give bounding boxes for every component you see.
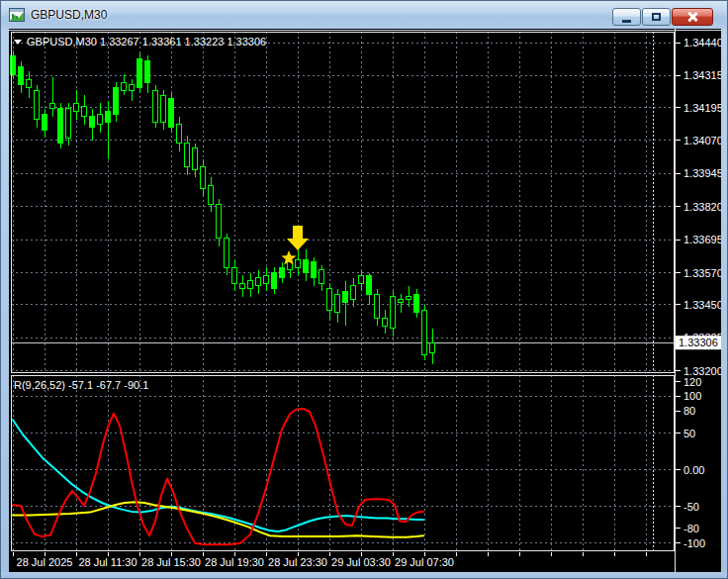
candle-body xyxy=(264,275,269,283)
time-axis-label: 28 Jul 15:30 xyxy=(141,556,201,568)
candle-body xyxy=(414,294,419,313)
axis-layer: 1.344401.343151.341951.340701.339451.338… xyxy=(13,37,721,568)
main-pane-border xyxy=(11,32,674,373)
candle xyxy=(58,103,63,147)
ohlc-header: GBPUSD,M30 1.33267 1.33361 1.33223 1.333… xyxy=(27,36,266,48)
candle-body xyxy=(256,278,261,286)
price-axis-label: 1.33450 xyxy=(683,299,721,311)
candle-body xyxy=(19,66,24,85)
candle xyxy=(312,257,317,286)
candle xyxy=(391,291,396,336)
time-axis-label: 28 Jul 23:30 xyxy=(268,556,327,568)
candle-body xyxy=(90,117,95,128)
candle-body xyxy=(232,267,237,283)
indicator-pane-border xyxy=(11,375,674,551)
candle xyxy=(169,93,174,133)
candle-body xyxy=(35,90,40,119)
candle xyxy=(43,109,47,138)
candle xyxy=(161,90,166,130)
price-axis-label: 1.34070 xyxy=(683,135,721,146)
indicator-header: R(9,26,52) -57.1 -67.7 -90.1 xyxy=(14,379,148,391)
price-axis-label: 1.33945 xyxy=(683,167,721,179)
minimize-icon xyxy=(622,20,631,23)
time-axis-label: 28 Jul 2025 xyxy=(17,556,73,568)
candle xyxy=(240,275,245,296)
candle-body xyxy=(145,61,150,82)
candle-body xyxy=(312,262,317,278)
time-axis-label: 29 Jul 07:30 xyxy=(395,556,454,568)
candle xyxy=(82,95,87,124)
candle-body xyxy=(161,95,166,122)
candle-body xyxy=(248,281,253,289)
indicator-axis-label: 100 xyxy=(683,390,701,402)
candle xyxy=(66,103,71,145)
candle-body xyxy=(153,90,158,122)
indicator-axis-label: 0.00 xyxy=(683,464,704,476)
candle xyxy=(264,267,269,291)
time-axis-label: 29 Jul 03:30 xyxy=(331,556,391,568)
price-axis-label: 1.33695 xyxy=(683,234,721,245)
candle xyxy=(343,281,348,326)
candle-body xyxy=(130,85,135,90)
maximize-button[interactable] xyxy=(642,8,671,26)
down-arrow-icon xyxy=(287,226,309,250)
candles xyxy=(11,50,435,364)
candle xyxy=(232,259,237,291)
candle xyxy=(130,79,135,100)
candle-body xyxy=(209,185,214,204)
candle xyxy=(414,289,419,318)
candle-body xyxy=(66,109,71,138)
current-price-value: 1.33306 xyxy=(679,337,718,348)
candle xyxy=(430,329,435,365)
chart-canvas[interactable]: 1.344401.343151.341951.340701.339451.338… xyxy=(9,29,721,572)
candle xyxy=(359,270,364,291)
candle xyxy=(145,55,150,92)
close-button[interactable] xyxy=(672,8,713,26)
candle xyxy=(351,278,356,307)
window-frame-right xyxy=(721,29,728,572)
candle xyxy=(19,61,24,93)
candle xyxy=(407,286,411,307)
indicator-axis-label: -50 xyxy=(683,501,699,513)
maximize-icon xyxy=(652,13,661,21)
candle xyxy=(399,294,404,313)
candle-body xyxy=(185,144,190,167)
candle xyxy=(201,159,206,196)
candle-body xyxy=(122,82,127,90)
candle-body xyxy=(43,114,47,130)
candle xyxy=(90,109,95,141)
candle-body xyxy=(98,114,103,125)
candle-body xyxy=(319,270,324,283)
candle-body xyxy=(335,294,340,313)
indicator-axis-label: -80 xyxy=(683,523,699,534)
symbol-dropdown-icon[interactable] xyxy=(14,40,22,45)
candle-body xyxy=(137,58,142,87)
titlebar[interactable]: GBPUSD,M30 xyxy=(1,1,728,29)
candle xyxy=(35,85,40,128)
indicator-axis-label: -100 xyxy=(683,537,705,549)
candle xyxy=(114,82,119,122)
candle xyxy=(327,283,332,320)
candle-body xyxy=(422,310,427,354)
candle xyxy=(383,310,388,334)
window-frame-bottom xyxy=(1,572,728,579)
terminal-chart-window: GBPUSD,M30 1.344401.343151.341951.340701… xyxy=(0,0,728,579)
candle-body xyxy=(383,318,388,326)
candle-body xyxy=(240,283,245,288)
candle-body xyxy=(391,297,396,329)
candle xyxy=(304,249,309,281)
candle-body xyxy=(304,259,309,272)
candle-body xyxy=(193,148,198,169)
minimize-button[interactable] xyxy=(612,8,641,26)
indicator-axis-label: 80 xyxy=(683,405,695,417)
candle xyxy=(50,77,55,117)
candle-body xyxy=(280,267,285,278)
time-axis-label: 28 Jul 19:30 xyxy=(205,556,264,568)
candle xyxy=(122,74,127,95)
chart-client-area: 1.344401.343151.341951.340701.339451.338… xyxy=(9,29,721,572)
candle-body xyxy=(327,289,332,310)
red-line xyxy=(13,409,423,544)
candle xyxy=(225,234,229,276)
candle xyxy=(335,289,340,324)
chart-window-icon[interactable] xyxy=(9,7,25,23)
